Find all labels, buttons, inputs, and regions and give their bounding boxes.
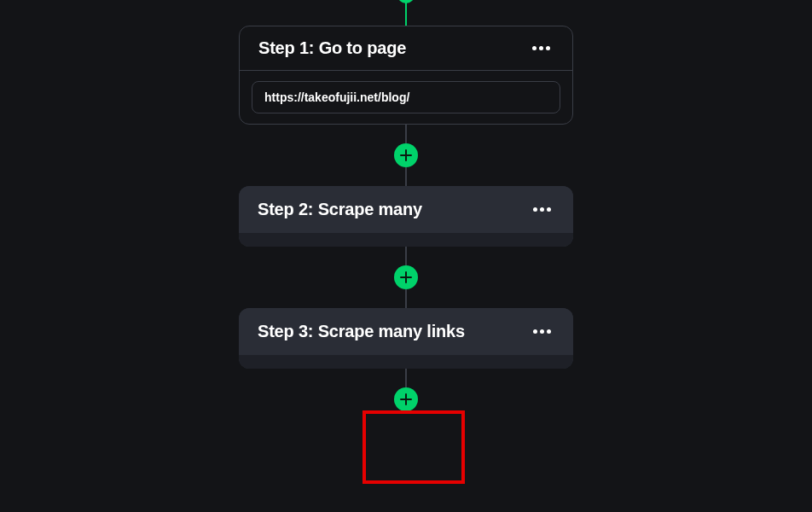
dot-icon [539, 46, 543, 50]
plus-icon [400, 271, 412, 283]
step-header-2: Step 2: Scrape many [239, 186, 573, 233]
workflow-canvas: Step 1: Go to page Step 2: Scrape many [0, 0, 812, 512]
step-title-3: Step 3: Scrape many links [258, 322, 465, 341]
step-card-1[interactable]: Step 1: Go to page [239, 26, 573, 125]
dot-icon [547, 207, 551, 212]
dot-icon [533, 329, 537, 334]
add-step-button-3[interactable] [394, 387, 418, 411]
dot-icon [540, 329, 544, 334]
step-title-1: Step 1: Go to page [258, 38, 406, 58]
step-header-3: Step 3: Scrape many links [239, 308, 573, 355]
step-title-2: Step 2: Scrape many [258, 200, 422, 219]
step-card-2[interactable]: Step 2: Scrape many [239, 186, 573, 247]
dot-icon [532, 46, 536, 50]
dot-icon [547, 329, 551, 334]
connector-2-3 [405, 247, 407, 265]
connector-2-3b [405, 289, 407, 308]
step-body-1 [240, 70, 572, 124]
dot-icon [546, 46, 550, 50]
more-button-step-1[interactable] [529, 43, 554, 54]
step-card-3[interactable]: Step 3: Scrape many links [239, 308, 573, 369]
connector-start [405, 2, 407, 26]
connector-1-2 [405, 125, 407, 143]
step-body-2 [239, 233, 573, 247]
step-body-3 [239, 355, 573, 369]
plus-icon [400, 393, 412, 405]
add-step-button-1[interactable] [394, 143, 418, 167]
dot-icon [540, 207, 544, 212]
start-node [397, 0, 415, 3]
plus-icon [400, 149, 412, 161]
more-button-step-2[interactable] [530, 204, 554, 215]
connector-3-end [405, 369, 407, 387]
more-button-step-3[interactable] [530, 326, 554, 337]
add-step-button-2[interactable] [394, 265, 418, 289]
url-input[interactable] [252, 81, 560, 113]
connector-1-2b [405, 167, 407, 186]
dot-icon [533, 207, 537, 212]
step-header-1: Step 1: Go to page [240, 26, 572, 70]
